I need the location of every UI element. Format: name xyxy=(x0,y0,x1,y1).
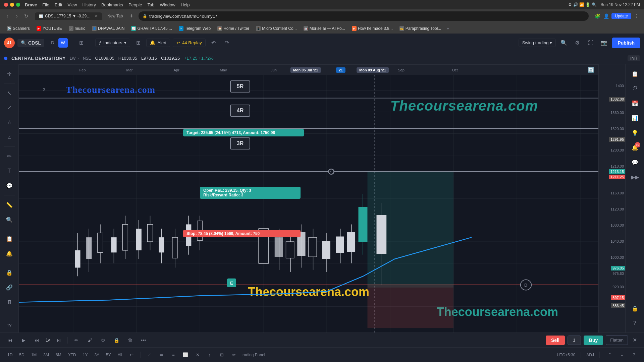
close-trade-button[interactable]: ✕ xyxy=(631,336,639,344)
fullscreen-icon[interactable]: ⛶ xyxy=(585,38,596,48)
bookmark-paraphrase[interactable]: ✍ Paraphrasing Tool... xyxy=(397,24,444,33)
replay-trash[interactable]: 🗑 xyxy=(125,336,135,345)
ideas-btn[interactable]: 💡 xyxy=(628,126,642,139)
menu-icon[interactable]: ⋮ xyxy=(633,13,640,19)
cursor-tool[interactable]: ↖ xyxy=(3,86,16,100)
watchlist-tool[interactable]: 📋 xyxy=(3,232,16,245)
help-btn[interactable]: ? xyxy=(628,316,642,330)
bookmark-youtube[interactable]: ▶ YOUTUBE xyxy=(34,24,65,33)
hline-drawing[interactable]: ═ xyxy=(157,350,166,360)
callout-tool[interactable]: 💬 xyxy=(3,179,16,192)
menu-help[interactable]: Help xyxy=(181,2,190,7)
grid-drawing[interactable]: ⊞ xyxy=(217,350,226,360)
replay-more[interactable]: ••• xyxy=(139,336,148,345)
buy-button[interactable]: Buy xyxy=(584,336,603,345)
profile-icon[interactable]: 👤 xyxy=(603,13,609,19)
time-zone-controls[interactable]: 🔄 xyxy=(588,67,594,73)
lock-tool[interactable]: 🔒 xyxy=(3,266,16,279)
replay-settings[interactable]: ⚙ xyxy=(99,336,108,345)
new-tab-button[interactable]: + xyxy=(129,13,133,20)
replay-step-fwd[interactable]: ⏭ xyxy=(32,336,42,345)
indicators-btn[interactable]: ƒ Indicators ▾ xyxy=(95,39,130,47)
tf-5d[interactable]: 5D xyxy=(17,352,26,358)
menu-bookmarks[interactable]: Bookmarks xyxy=(101,2,123,7)
tab1-label[interactable]: CDSL 1779.15 ▼ -0.29% Swing... xyxy=(45,14,91,18)
tf-1y[interactable]: 1Y xyxy=(81,352,90,358)
redo-btn[interactable]: ↷ xyxy=(222,38,232,48)
clock-icon[interactable]: ⏱ xyxy=(628,82,642,95)
alerts-panel-tool[interactable]: 🔔 xyxy=(3,247,16,260)
flatten-button[interactable]: Flatten xyxy=(606,335,628,345)
more-bookmarks[interactable]: » xyxy=(446,26,449,31)
close-window-btn[interactable] xyxy=(4,3,8,7)
search2-icon[interactable]: 🔍 xyxy=(558,38,569,48)
qty-input[interactable] xyxy=(568,336,581,345)
tf-ytd[interactable]: YTD xyxy=(66,352,78,358)
menu-history[interactable]: History xyxy=(82,2,96,7)
tf-3y[interactable]: 3Y xyxy=(92,352,101,358)
bookmark-morise[interactable]: 🤖 Morise.ai — AI Po... xyxy=(301,24,348,33)
bookmark-microcontent[interactable]: 📱 Micro Content Co... xyxy=(253,24,299,33)
trash-tool[interactable]: 🗑 xyxy=(3,295,16,309)
lock-panel-btn[interactable]: 🔒 xyxy=(628,302,642,315)
zoom-tool[interactable]: 🔍 xyxy=(3,213,16,226)
bottom-help[interactable]: ? xyxy=(629,350,639,360)
back-button[interactable]: ‹ xyxy=(4,13,11,19)
text-tool[interactable]: T xyxy=(3,164,16,178)
bottom-chevron-down[interactable]: ⌄ xyxy=(617,350,627,360)
menu-tab[interactable]: Tab xyxy=(147,2,154,7)
tf-3m[interactable]: 3M xyxy=(41,352,51,358)
templates-btn[interactable]: ⊞ xyxy=(133,38,144,48)
minimize-window-btn[interactable] xyxy=(10,3,14,7)
menu-edit[interactable]: Edit xyxy=(55,2,62,7)
pencil-drawing[interactable]: ✏ xyxy=(229,350,238,360)
reset-chart[interactable]: ↩ xyxy=(127,350,136,360)
link-tool[interactable]: 🔗 xyxy=(3,281,16,294)
bookmark-telegram[interactable]: ✈ Telegram Web xyxy=(176,24,213,33)
bookmark-dhawal[interactable]: 👤 DHAWAL JAIN xyxy=(89,24,127,33)
publish-btn[interactable]: Publish xyxy=(612,38,640,48)
bookmark-howhe[interactable]: ▶ How he made 3.8... xyxy=(349,24,395,33)
chart-panel-btn[interactable]: 📊 xyxy=(628,111,642,125)
alert-btn[interactable]: 🔔 Alert xyxy=(146,39,170,47)
screenshot-icon[interactable]: 📷 xyxy=(599,38,609,48)
sell-button[interactable]: Sell xyxy=(546,336,565,345)
rect-drawing[interactable]: ⬜ xyxy=(181,350,190,360)
address-bar[interactable]: 🔒 tradingview.com/chart/mC4oumyC/ xyxy=(139,11,589,21)
gann-tool[interactable]: ⟀ xyxy=(3,130,16,144)
tf-5y[interactable]: 5Y xyxy=(104,352,113,358)
drawing-brush[interactable]: 🖌 xyxy=(85,336,95,345)
reload-button[interactable]: ↻ xyxy=(23,13,30,19)
menu-file[interactable]: File xyxy=(42,2,49,7)
undo-btn[interactable]: ↶ xyxy=(208,38,219,48)
drawing-pencil[interactable]: ✏ xyxy=(72,336,81,345)
replay-lock[interactable]: 🔒 xyxy=(112,336,121,345)
settings-icon[interactable]: ⚙ xyxy=(572,38,583,48)
line-drawing[interactable]: ⟋ xyxy=(145,350,154,360)
menu-people[interactable]: People xyxy=(128,2,142,7)
tab2-label[interactable]: New Tab xyxy=(107,14,123,18)
maximize-window-btn[interactable] xyxy=(16,3,20,7)
tab1-close[interactable]: ✕ xyxy=(95,14,98,18)
arrow-right-icon[interactable]: ▶▶ xyxy=(628,170,642,184)
bookmark-twitter[interactable]: 🏠 Home / Twitter xyxy=(215,24,252,33)
tv-logo[interactable]: 41 xyxy=(4,38,15,48)
multiline-drawing[interactable]: ≡ xyxy=(169,350,178,360)
chat-btn[interactable]: 💬 xyxy=(628,156,642,169)
tf-all[interactable]: All xyxy=(116,352,124,358)
line-tool[interactable]: ⟋ xyxy=(3,101,16,114)
replay-step-back[interactable]: ⏮ xyxy=(5,336,15,345)
replay-toggle[interactable]: ⏯ xyxy=(54,336,63,345)
watchlist-panel-btn[interactable]: 📋 xyxy=(628,67,642,80)
tf-6m[interactable]: 6M xyxy=(54,352,63,358)
ruler-tool[interactable]: 📏 xyxy=(3,198,16,212)
bottom-chevron-up[interactable]: ⌃ xyxy=(605,350,614,360)
bookmark-scanners[interactable]: 📡 Scanners xyxy=(4,24,33,33)
pencil-tool[interactable]: ✏ xyxy=(3,149,16,163)
measure-drawing[interactable]: ✕ xyxy=(193,350,202,360)
extensions-icon[interactable]: 🧩 xyxy=(594,13,601,19)
tf-1d[interactable]: 1D xyxy=(5,352,14,358)
forward-button[interactable]: › xyxy=(13,13,20,19)
tf-1m[interactable]: 1M xyxy=(29,352,39,358)
timeframe-w-btn[interactable]: W xyxy=(58,38,68,48)
